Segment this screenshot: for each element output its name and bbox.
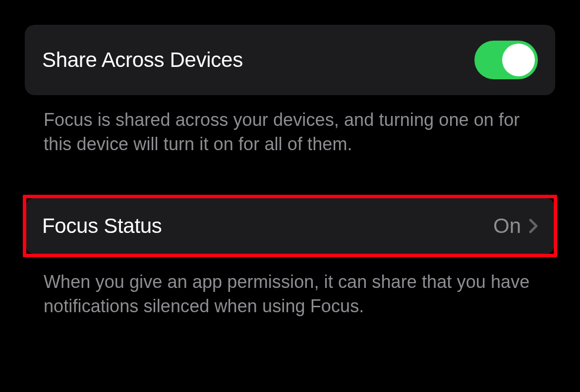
share-across-devices-label: Share Across Devices: [42, 48, 243, 72]
focus-status-right-detail: On: [493, 214, 538, 238]
focus-status-value: On: [493, 214, 521, 238]
focus-status-label: Focus Status: [42, 214, 162, 238]
focus-status-footer: When you give an app permission, it can …: [25, 257, 555, 318]
share-across-devices-toggle[interactable]: [474, 41, 538, 79]
share-across-devices-row[interactable]: Share Across Devices: [25, 25, 555, 95]
share-across-devices-footer: Focus is shared across your devices, and…: [25, 95, 555, 156]
chevron-right-icon: [529, 219, 538, 233]
focus-status-row[interactable]: Focus Status On: [26, 198, 554, 254]
toggle-knob: [502, 44, 535, 76]
focus-status-highlight-box: Focus Status On: [23, 195, 557, 257]
group-spacer: [25, 156, 555, 195]
